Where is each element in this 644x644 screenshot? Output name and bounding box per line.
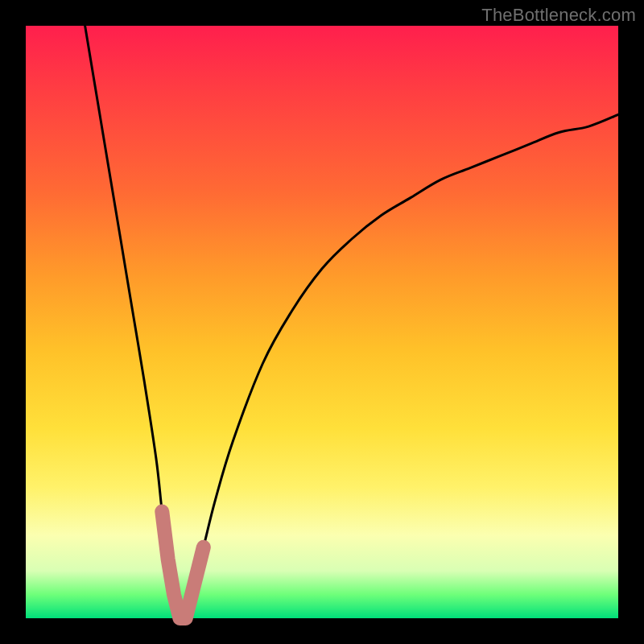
- bottom-highlight-marker: [162, 512, 204, 619]
- curve-layer: [26, 26, 618, 618]
- watermark-text: TheBottleneck.com: [481, 5, 636, 26]
- chart-frame: TheBottleneck.com: [0, 0, 644, 644]
- plot-area: [26, 26, 618, 618]
